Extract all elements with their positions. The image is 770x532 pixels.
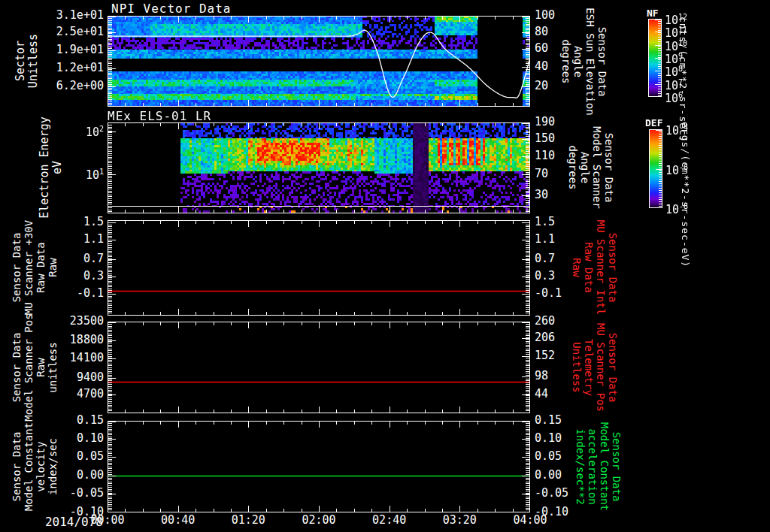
y-axis-tick-label: 190 [535, 116, 555, 128]
y-axis-tick-label: 4700 [29, 388, 104, 400]
y-axis-tick-label: 0.05 [535, 451, 562, 462]
y-axis-tick-label: 1.1 [535, 234, 555, 245]
npi-right-axis-label: Sensor Data ESH Sun Elevation Angle degr… [560, 8, 608, 115]
y-axis-tick-label: 20 [535, 80, 548, 92]
y-axis-tick-label: 3.1e+01 [29, 10, 104, 21]
mu-scanner-30v-plot-canvas [108, 220, 530, 316]
x-axis-tick-label: 00:00 [74, 515, 141, 526]
model-constant-velocity-plot-canvas [108, 421, 530, 512]
y-axis-tick-label: -0.1 [535, 288, 562, 299]
def-colorbar-title: DEF [645, 117, 662, 128]
colorbar-tick-label: 109 [665, 53, 683, 65]
y-axis-tick-label: 100 [535, 10, 555, 21]
y-axis-tick-label: 80 [535, 26, 548, 38]
y-axis-tick-label: 0.00 [29, 470, 104, 481]
y-axis-tick-label: 9400 [29, 372, 104, 383]
colorbar-tick-label: 106 [665, 92, 683, 104]
model-scanner-pos-plot-canvas [108, 322, 530, 413]
colorbar-tick-label: 10-8 [665, 203, 688, 216]
def-colorbar-unit-label: ergs/(cm**2-sr-sec-eV) [680, 122, 691, 268]
colorbar-tick-label: 108 [665, 65, 683, 78]
x-axis-tick-label: 03:20 [426, 515, 493, 526]
y-axis-tick-label: 152 [535, 350, 555, 361]
y-axis-tick-label: 1.1 [29, 234, 104, 245]
model-scanner-pos-left-axis-label: Sensor Data Model Scanner Pos Raw unitle… [11, 313, 59, 421]
colorbar-tick-label: 107 [665, 79, 683, 92]
y-axis-tick-label: 102 [29, 125, 104, 138]
nf-colorbar-title: NF [647, 8, 659, 19]
nf-colorbar-canvas [648, 19, 662, 97]
y-axis-tick-label: 0.15 [29, 415, 104, 426]
y-axis-tick-label: 0.7 [29, 253, 104, 264]
y-axis-tick-label: 260 [535, 316, 555, 327]
y-axis-tick-label: 70 [535, 168, 548, 180]
colorbar-tick-label: 10-4 [665, 124, 688, 137]
y-axis-tick-label: 1.9e+01 [29, 44, 104, 56]
colorbar-tick-label: 1010 [665, 40, 687, 53]
x-axis-tick-label: 02:40 [356, 515, 423, 526]
y-axis-tick-label: 1.2e+01 [29, 62, 104, 74]
y-axis-tick-label: 6.2e+00 [29, 80, 104, 92]
y-axis-tick-label: 98 [535, 370, 548, 382]
y-axis-tick-label: -0.05 [29, 488, 104, 499]
y-axis-tick-label: 2.5e+01 [29, 26, 104, 38]
y-axis-tick-label: 14100 [29, 352, 104, 364]
x-axis-tick-label: 02:00 [285, 515, 353, 526]
y-axis-tick-label: 0.3 [535, 271, 555, 282]
mu-scanner-pos-right-axis-label: Sensor Data MU Scanner Pos Telemetry Uni… [571, 323, 619, 412]
y-axis-tick-label: 1.5 [29, 216, 104, 228]
y-axis-tick-label: -0.1 [29, 288, 104, 299]
y-axis-tick-label: 60 [535, 43, 548, 54]
y-axis-tick-label: 18800 [29, 334, 104, 346]
y-axis-tick-label: -0.05 [535, 488, 568, 499]
panel-title-npi: NPI Vector Data [111, 2, 232, 16]
y-axis-tick-label: 150 [535, 133, 555, 144]
x-axis-tick-label: 01:20 [214, 515, 282, 526]
y-axis-tick-label: 206 [535, 332, 555, 343]
plot-page: NPI Vector Data MEx ELS-01 LR Sector Uni… [0, 0, 770, 532]
y-axis-tick-label: 0.10 [29, 433, 104, 444]
y-axis-tick-label: 23500 [29, 316, 104, 327]
y-axis-tick-label: 44 [535, 388, 548, 400]
colorbar-tick-label: 10-6 [665, 164, 688, 177]
y-axis-tick-label: 0.7 [535, 253, 555, 264]
y-axis-tick-label: 1.5 [535, 216, 555, 228]
colorbar-tick-label: 1011 [665, 26, 687, 39]
x-axis-tick-label: 04:00 [496, 515, 564, 526]
panel-title-els: MEx ELS-01 LR [108, 109, 211, 123]
x-axis-tick-label: 00:40 [144, 515, 212, 526]
model-constant-acceleration-right-axis-label: Sensor Data Model Constant acceleration … [574, 422, 623, 511]
def-colorbar-canvas [649, 129, 662, 208]
y-axis-tick-label: 0.10 [535, 433, 562, 444]
npi-spectrogram-canvas [108, 16, 530, 107]
y-axis-tick-label: 0.15 [535, 415, 562, 426]
mu-scanner-intl-right-axis-label: Sensor Data MU Scanner Intl Raw Data Raw [571, 220, 619, 315]
y-axis-tick-label: 0.00 [535, 470, 562, 481]
els-right-axis-label: Sensor Data Model Scanner Angle degrees [567, 126, 615, 209]
colorbar-tick-label: 1012 [665, 14, 687, 26]
y-axis-tick-label: 0.05 [29, 451, 104, 462]
y-axis-tick-label: 110 [535, 150, 555, 162]
els-spectrogram-canvas [108, 122, 530, 213]
y-axis-tick-label: 101 [29, 168, 104, 181]
y-axis-tick-label: 40 [535, 61, 548, 72]
y-axis-tick-label: 30 [535, 189, 548, 201]
y-axis-tick-label: 0.3 [29, 271, 104, 282]
